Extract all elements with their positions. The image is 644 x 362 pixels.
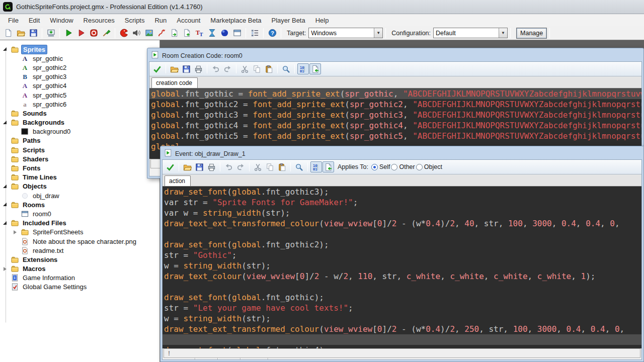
- save-disk-button[interactable]: [181, 63, 192, 74]
- goto-add-button[interactable]: [309, 63, 321, 74]
- configuration-select[interactable]: Default ▼: [433, 28, 508, 38]
- tree-item-rooms[interactable]: Rooms: [0, 200, 159, 209]
- tree-item-macros[interactable]: Macros: [0, 264, 159, 274]
- tree-item-background0[interactable]: background0: [0, 127, 159, 136]
- event-code-editor[interactable]: draw_set_font(global.fnt_gothic3);var st…: [163, 187, 641, 348]
- menu-item-marketplace-beta[interactable]: Marketplace Beta: [205, 15, 266, 26]
- tree-item-shaders[interactable]: Shaders: [0, 154, 159, 163]
- line-numbers-button[interactable]: 1001: [310, 161, 322, 172]
- manage-button[interactable]: Manage: [516, 28, 547, 39]
- tree-expander-icon[interactable]: [2, 184, 8, 190]
- print-button[interactable]: [193, 63, 204, 74]
- tree-expander-icon[interactable]: [2, 120, 8, 126]
- open-folder-button[interactable]: [169, 63, 180, 74]
- tree-item-spr-gothic6[interactable]: aspr_gothic6: [0, 100, 159, 109]
- run-normal-button[interactable]: [62, 27, 74, 39]
- create-background-button[interactable]: [143, 27, 155, 39]
- tree-item-sprites[interactable]: Sprites: [0, 45, 159, 54]
- open-folder-button[interactable]: [15, 27, 27, 39]
- create-script-button[interactable]: [168, 27, 180, 39]
- tree-item-readme-txt[interactable]: readme.txt: [0, 246, 159, 255]
- copy-button[interactable]: [264, 161, 276, 172]
- save-disk-button[interactable]: [27, 27, 39, 39]
- tab-creation-code[interactable]: creation code: [151, 77, 198, 88]
- create-sound-button[interactable]: [130, 27, 142, 39]
- cut-button[interactable]: [239, 63, 251, 74]
- tree-item-spr-gothic[interactable]: Aspr_gothic: [0, 54, 159, 63]
- paste-button[interactable]: [276, 161, 288, 172]
- extension-manager-button[interactable]: [249, 27, 261, 39]
- tree-expander-icon[interactable]: [12, 229, 18, 235]
- create-object-button[interactable]: [218, 27, 230, 39]
- menu-item-help[interactable]: Help: [310, 15, 334, 26]
- create-executable-button[interactable]: [45, 27, 57, 39]
- menu-item-player-beta[interactable]: Player Beta: [267, 15, 310, 26]
- room-code-window-titlebar[interactable]: Room Creation Code: room0: [149, 50, 642, 61]
- check-ok-button[interactable]: [151, 63, 163, 74]
- applies-to-radio-object[interactable]: Object: [416, 163, 442, 170]
- create-timeline-button[interactable]: [206, 27, 218, 39]
- applies-to-radio-other[interactable]: Other: [391, 163, 415, 170]
- create-sprite-button[interactable]: [118, 27, 130, 39]
- tree-item-obj-draw[interactable]: obj_draw: [0, 191, 159, 200]
- tree-item-room0[interactable]: room0: [0, 209, 159, 218]
- applies-to-radio-self[interactable]: Self: [371, 163, 390, 170]
- tree-item-spr-gothic2[interactable]: Aspr_gothic2: [0, 63, 159, 72]
- open-folder-button[interactable]: [182, 161, 193, 172]
- tree-expander-icon[interactable]: [2, 220, 8, 226]
- tree-item-global-game-settings[interactable]: Global Game Settings: [0, 283, 159, 292]
- tree-item-spr-gothic4[interactable]: Aspr_gothic4: [0, 81, 159, 90]
- search-button[interactable]: [293, 161, 305, 172]
- menu-item-file[interactable]: File: [3, 15, 24, 26]
- tree-item-fonts[interactable]: Fonts: [0, 163, 159, 172]
- new-file-button[interactable]: [2, 27, 14, 39]
- undo-button[interactable]: [210, 63, 221, 74]
- tree-expander-icon[interactable]: [2, 266, 8, 272]
- configuration-dropdown-arrow-icon[interactable]: ▼: [499, 28, 507, 38]
- create-shader-button[interactable]: [181, 27, 193, 39]
- save-disk-button[interactable]: [194, 161, 205, 172]
- tree-item-objects[interactable]: Objects: [0, 182, 159, 191]
- tree-item-spr-gothic3[interactable]: Bspr_gothic3: [0, 72, 159, 81]
- search-button[interactable]: [280, 63, 292, 74]
- tree-item-scripts[interactable]: Scripts: [0, 145, 159, 154]
- menu-item-scripts[interactable]: Scripts: [120, 15, 150, 26]
- create-path-button[interactable]: [155, 27, 168, 39]
- menu-item-edit[interactable]: Edit: [24, 15, 45, 26]
- menu-item-resources[interactable]: Resources: [78, 15, 120, 26]
- tree-item-spritefontsheets[interactable]: SpriteFontSheets: [0, 228, 159, 237]
- run-debug-button[interactable]: [75, 27, 87, 39]
- target-select[interactable]: Windows ▼: [308, 28, 383, 38]
- redo-button[interactable]: [235, 161, 247, 172]
- tree-item-note-about-the-space-character-png[interactable]: Note about the space character.png: [0, 237, 159, 246]
- create-font-button[interactable]: TT: [193, 27, 205, 39]
- menu-item-run[interactable]: Run: [149, 15, 172, 26]
- tree-item-extensions[interactable]: Extensions: [0, 255, 159, 264]
- event-window-titlebar[interactable]: Event: obj_draw_Draw_1: [162, 148, 642, 159]
- create-room-button[interactable]: [231, 27, 243, 39]
- goto-add-button[interactable]: [323, 161, 334, 172]
- tree-item-sounds[interactable]: Sounds: [0, 109, 159, 118]
- line-numbers-button[interactable]: 1001: [297, 63, 309, 74]
- print-button[interactable]: [206, 161, 217, 172]
- tree-expander-icon[interactable]: [2, 202, 8, 208]
- clean-cache-button[interactable]: [100, 27, 112, 39]
- target-dropdown-arrow-icon[interactable]: ▼: [374, 28, 382, 38]
- tree-expander-icon[interactable]: [2, 46, 8, 52]
- tab-action[interactable]: action: [165, 175, 191, 186]
- check-ok-button[interactable]: [165, 161, 176, 172]
- tree-item-time-lines[interactable]: Time Lines: [0, 173, 159, 182]
- copy-button[interactable]: [251, 63, 263, 74]
- menu-item-window[interactable]: Window: [45, 15, 78, 26]
- cut-button[interactable]: [252, 161, 264, 172]
- undo-button[interactable]: [223, 161, 234, 172]
- tree-item-included-files[interactable]: Included Files: [0, 219, 159, 228]
- redo-button[interactable]: [222, 63, 233, 74]
- tree-item-backgrounds[interactable]: Backgrounds: [0, 118, 159, 127]
- tree-item-spr-gothic5[interactable]: Aspr_gothic5: [0, 90, 159, 100]
- paste-button[interactable]: [263, 63, 275, 74]
- tree-item-paths[interactable]: Paths: [0, 136, 159, 145]
- help-button[interactable]: ?: [266, 27, 278, 39]
- menu-item-account[interactable]: Account: [172, 15, 205, 26]
- tree-item-game-information[interactable]: iGame Information: [0, 274, 159, 283]
